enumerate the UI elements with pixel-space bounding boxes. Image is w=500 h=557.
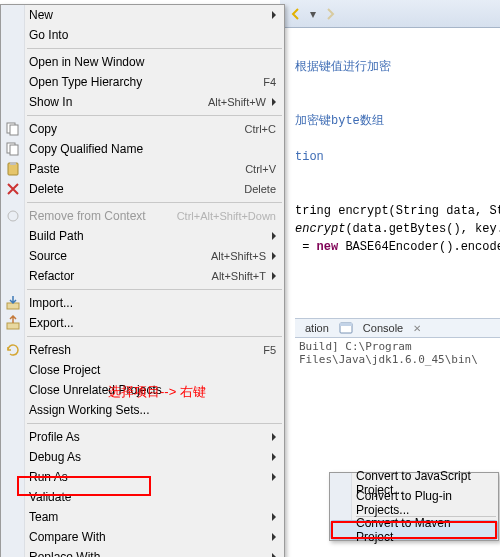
- code-comment: 加密键byte数组: [295, 114, 384, 128]
- svg-point-8: [8, 211, 18, 221]
- menu-open-new-window[interactable]: Open in New Window: [1, 52, 284, 72]
- menu-profile-as[interactable]: Profile As: [1, 427, 284, 447]
- submenu-convert-plugin[interactable]: Convert to Plug-in Projects...: [330, 493, 498, 513]
- close-icon[interactable]: ✕: [413, 323, 421, 334]
- tab-console[interactable]: Console: [357, 321, 409, 335]
- tab-fragment[interactable]: ation: [299, 321, 335, 335]
- history-back-icon[interactable]: [288, 6, 304, 22]
- code-editor[interactable]: 根据键值进行加密 加密键byte数组 tion tring encrypt(St…: [295, 40, 500, 274]
- menu-refactor[interactable]: RefactorAlt+Shift+T: [1, 266, 284, 286]
- copy-icon: [5, 121, 21, 137]
- menu-source[interactable]: SourceAlt+Shift+S: [1, 246, 284, 266]
- code-comment: tion: [295, 150, 324, 164]
- context-menu: New Go Into Open in New Window Open Type…: [0, 4, 285, 557]
- annotation-text: 选择项目--> 右键: [108, 383, 206, 401]
- remove-context-icon: [5, 208, 21, 224]
- history-forward-icon[interactable]: [322, 6, 338, 22]
- dropdown-icon[interactable]: ▾: [310, 7, 316, 21]
- menu-export[interactable]: Export...: [1, 313, 284, 333]
- code-text: (data.getBytes(), key.get: [345, 222, 500, 236]
- menu-close-project[interactable]: Close Project: [1, 360, 284, 380]
- toolbar: ▾: [280, 0, 500, 28]
- code-text: encrypt: [295, 222, 345, 236]
- menu-team[interactable]: Team: [1, 507, 284, 527]
- menu-replace-with[interactable]: Replace With: [1, 547, 284, 557]
- menu-copy-qualified[interactable]: Copy Qualified Name: [1, 139, 284, 159]
- export-icon: [5, 315, 21, 331]
- menu-run-as[interactable]: Run As: [1, 467, 284, 487]
- menu-debug-as[interactable]: Debug As: [1, 447, 284, 467]
- menu-paste[interactable]: PasteCtrl+V: [1, 159, 284, 179]
- menu-copy[interactable]: CopyCtrl+C: [1, 119, 284, 139]
- submenu-convert-maven[interactable]: Convert to Maven Project: [330, 520, 498, 540]
- menu-delete[interactable]: DeleteDelete: [1, 179, 284, 199]
- svg-rect-1: [340, 323, 352, 326]
- code-text: =: [295, 240, 317, 254]
- copy-qualified-icon: [5, 141, 21, 157]
- menu-go-into[interactable]: Go Into: [1, 25, 284, 45]
- console-tabs: ation Console ✕: [295, 318, 500, 338]
- console-icon: [339, 321, 353, 335]
- code-keyword: new: [317, 240, 339, 254]
- paste-icon: [5, 161, 21, 177]
- code-comment: 根据键值进行加密: [295, 60, 391, 74]
- svg-rect-10: [7, 323, 19, 329]
- menu-assign-working-sets[interactable]: Assign Working Sets...: [1, 400, 284, 420]
- console-panel: ation Console ✕ Build] C:\Program Files\…: [295, 318, 500, 368]
- menu-new[interactable]: New: [1, 5, 284, 25]
- svg-rect-3: [10, 125, 18, 135]
- svg-rect-7: [10, 162, 16, 165]
- menu-refresh[interactable]: RefreshF5: [1, 340, 284, 360]
- console-output: Build] C:\Program Files\Java\jdk1.6.0_45…: [295, 338, 500, 368]
- svg-rect-5: [10, 145, 18, 155]
- delete-icon: [5, 181, 21, 197]
- menu-show-in[interactable]: Show InAlt+Shift+W: [1, 92, 284, 112]
- import-icon: [5, 295, 21, 311]
- menu-remove-context: Remove from ContextCtrl+Alt+Shift+Down: [1, 206, 284, 226]
- refresh-icon: [5, 342, 21, 358]
- menu-validate[interactable]: Validate: [1, 487, 284, 507]
- code-text: tring encrypt(String data, String: [295, 204, 500, 218]
- menu-import[interactable]: Import...: [1, 293, 284, 313]
- configure-submenu: Convert to JavaScript Project... Convert…: [329, 472, 499, 541]
- menu-build-path[interactable]: Build Path: [1, 226, 284, 246]
- menu-compare-with[interactable]: Compare With: [1, 527, 284, 547]
- menu-open-type-hierarchy[interactable]: Open Type HierarchyF4: [1, 72, 284, 92]
- code-text: BASE64Encoder().encode(bt): [338, 240, 500, 254]
